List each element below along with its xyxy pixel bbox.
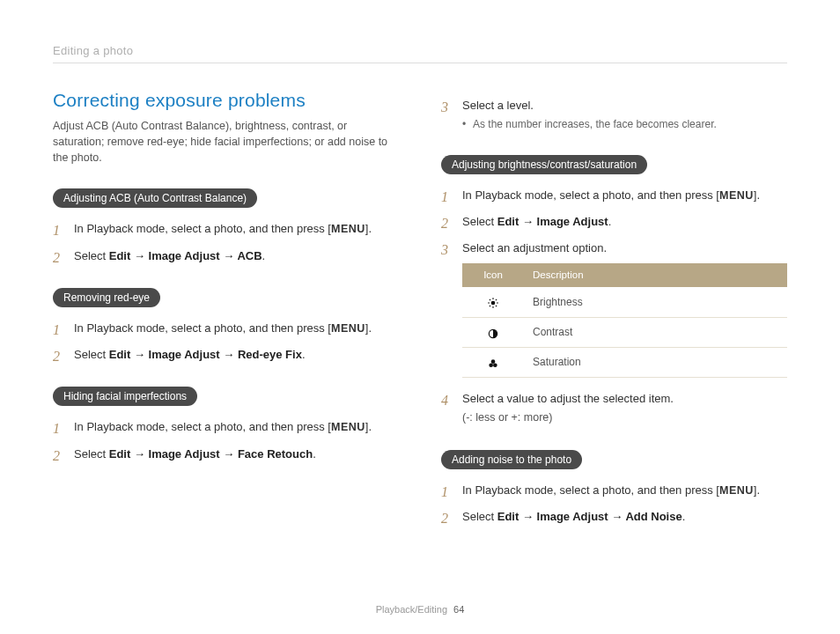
step-item: 1 In Playback mode, select a photo, and … <box>441 187 787 204</box>
step-number: 3 <box>441 97 448 119</box>
step-text: In Playback mode, select a photo, and th… <box>462 483 760 497</box>
step-note-list: As the number increases, the face become… <box>462 117 787 132</box>
step-text: Select a level. <box>462 99 534 112</box>
step-item: 2 Select Edit → Image Adjust → ACB. <box>53 247 399 265</box>
menu-key-label: MENU <box>331 421 365 433</box>
step-item: 1 In Playback mode, select a photo, and … <box>53 418 399 436</box>
svg-point-12 <box>493 363 497 367</box>
step-item: 3 Select an adjustment option. Icon Desc… <box>441 240 787 378</box>
step-number: 3 <box>441 240 448 262</box>
step-note: As the number increases, the face become… <box>462 117 787 132</box>
step-text: In Playback mode, select a photo, and th… <box>462 188 760 202</box>
step-number: 4 <box>441 390 448 412</box>
table-cell-desc: Saturation <box>524 347 787 377</box>
step-text: In Playback mode, select a photo, and th… <box>74 222 372 235</box>
contrast-icon <box>462 317 524 347</box>
table-row: Contrast <box>462 317 787 347</box>
pill-noise: Adding noise to the photo <box>441 450 582 469</box>
page-header-breadcrumb: Editing a photo <box>53 44 787 63</box>
step-number: 2 <box>53 346 60 368</box>
step-text: Select a value to adjust the selected it… <box>462 392 674 405</box>
steps-noise: 1 In Playback mode, select a photo, and … <box>441 482 787 527</box>
step-number: 2 <box>53 247 60 269</box>
step-number: 1 <box>53 320 60 342</box>
steps-face: 1 In Playback mode, select a photo, and … <box>53 418 399 463</box>
table-cell-desc: Brightness <box>524 287 787 317</box>
step-number: 1 <box>441 187 448 209</box>
table-header-icon: Icon <box>462 263 524 288</box>
adjustment-table: Icon Description Brightness <box>462 263 787 379</box>
table-row: Saturation <box>462 347 787 377</box>
right-column: 3 Select a level. As the number increase… <box>441 90 787 545</box>
step-text: Select Edit → Image Adjust → ACB. <box>74 249 265 262</box>
section-title: Correcting exposure problems <box>53 90 399 111</box>
step-text: In Playback mode, select a photo, and th… <box>74 321 372 335</box>
step-item: 1 In Playback mode, select a photo, and … <box>441 482 787 499</box>
svg-point-0 <box>491 301 496 306</box>
step-item: 1 In Playback mode, select a photo, and … <box>53 320 399 337</box>
svg-line-7 <box>490 306 490 306</box>
step-text: Select Edit → Image Adjust → Add Noise. <box>462 510 685 523</box>
pill-acb: Adjusting ACB (Auto Contrast Balance) <box>53 188 257 208</box>
step-number: 2 <box>53 446 60 468</box>
svg-line-8 <box>496 299 497 300</box>
svg-point-10 <box>491 359 496 364</box>
svg-point-11 <box>489 363 493 367</box>
page-footer: Playback/Editing 64 <box>0 604 840 615</box>
svg-line-5 <box>490 299 490 300</box>
step-text: Select Edit → Image Adjust. <box>462 215 611 228</box>
step-number: 1 <box>53 418 60 440</box>
table-row: Brightness <box>462 287 787 317</box>
steps-face-continued: 3 Select a level. As the number increase… <box>441 97 787 132</box>
step-item: 1 In Playback mode, select a photo, and … <box>53 220 399 238</box>
step-item: 3 Select a level. As the number increase… <box>441 97 787 132</box>
saturation-icon <box>462 347 524 377</box>
steps-adjust: 1 In Playback mode, select a photo, and … <box>441 187 787 427</box>
step-number: 1 <box>53 220 60 242</box>
step-item: 2 Select Edit → Image Adjust → Add Noise… <box>441 508 787 526</box>
svg-line-6 <box>496 306 497 306</box>
menu-key-label: MENU <box>331 322 365 335</box>
table-cell-desc: Contrast <box>524 317 787 347</box>
footer-page-number: 64 <box>453 604 464 615</box>
menu-key-label: MENU <box>719 189 754 202</box>
step-text: Select an adjustment option. <box>462 241 607 254</box>
step-subnote: (-: less or +: more) <box>462 409 787 426</box>
pill-face: Hiding facial imperfections <box>53 387 197 406</box>
steps-redeye: 1 In Playback mode, select a photo, and … <box>53 320 399 365</box>
steps-acb: 1 In Playback mode, select a photo, and … <box>53 220 399 265</box>
step-text: Select Edit → Image Adjust → Face Retouc… <box>74 447 316 461</box>
menu-key-label: MENU <box>331 223 365 235</box>
step-text: In Playback mode, select a photo, and th… <box>74 420 372 433</box>
pill-redeye: Removing red-eye <box>53 288 160 307</box>
step-number: 2 <box>441 508 448 530</box>
brightness-icon <box>462 287 524 317</box>
step-item: 2 Select Edit → Image Adjust. <box>441 213 787 231</box>
table-header-desc: Description <box>524 263 787 288</box>
footer-section: Playback/Editing <box>376 604 447 615</box>
menu-key-label: MENU <box>719 484 754 497</box>
pill-adjust: Adjusting brightness/contrast/saturation <box>441 155 647 174</box>
page-root: Editing a photo Correcting exposure prob… <box>0 0 840 634</box>
step-text: Select Edit → Image Adjust → Red-eye Fix… <box>74 348 306 361</box>
intro-paragraph: Adjust ACB (Auto Contrast Balance), brig… <box>53 118 399 166</box>
step-item: 2 Select Edit → Image Adjust → Red-eye F… <box>53 346 399 364</box>
step-item: 2 Select Edit → Image Adjust → Face Reto… <box>53 446 399 463</box>
step-item: 4 Select a value to adjust the selected … <box>441 390 787 427</box>
step-number: 2 <box>441 213 448 235</box>
left-column: Correcting exposure problems Adjust ACB … <box>53 90 399 545</box>
step-number: 1 <box>441 482 448 504</box>
two-column-layout: Correcting exposure problems Adjust ACB … <box>53 90 787 545</box>
